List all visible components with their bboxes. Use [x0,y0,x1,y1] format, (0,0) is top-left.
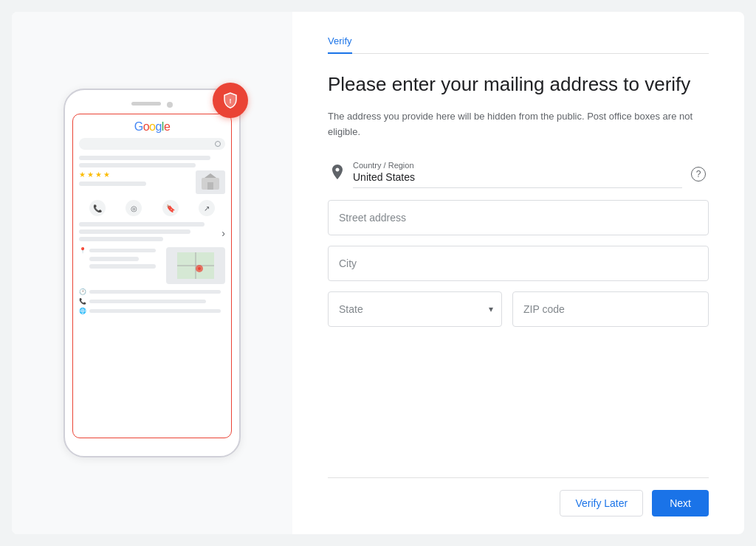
state-select-wrapper: State Alabama Alaska Arizona California … [328,291,502,327]
google-logo-area: Google [79,120,225,134]
mock-line-5 [79,229,190,234]
mock-line-4 [79,222,205,227]
svg-marker-2 [205,173,216,178]
state-select[interactable]: State Alabama Alaska Arizona California … [328,291,502,327]
country-value: United States [353,171,682,188]
svg-rect-3 [207,182,213,190]
help-icon-label: ? [696,169,701,179]
street-address-input[interactable] [328,200,709,235]
verify-later-button[interactable]: Verify Later [560,490,643,516]
directions-icon: ◎ [126,200,142,216]
verify-tab: Verify [328,35,709,54]
clock-line: 🕐 [79,288,225,295]
verify-tab-label: Verify [328,35,352,54]
form-description: The address you provide here will be hid… [328,109,709,140]
search-bar-mock [79,138,225,150]
location-pin-icon [331,165,344,184]
country-region-row: Country / Region United States ? [328,161,709,188]
phone-icon: 📞 [89,200,106,216]
star-3: ★ [95,170,102,179]
svg-text:!: ! [230,97,232,105]
mock-line-7 [89,257,139,261]
star-2: ★ [87,170,94,179]
phone-top [72,102,232,108]
main-container: ! Google [12,12,744,534]
star-4: ★ [103,170,110,179]
left-panel: ! Google [12,12,292,534]
country-region-field: Country / Region United States [353,161,682,188]
mock-line-6 [79,237,163,241]
mock-line-2 [79,163,196,167]
globe-line: 🌐 [79,308,225,314]
share-icon: ↗ [199,200,215,216]
map-thumbnail [166,247,225,284]
mock-line-1 [79,156,210,160]
icon-row: 📞 ◎ 🔖 ↗ [79,200,225,216]
svg-point-8 [198,267,201,270]
form-title: Please enter your mailing address to ver… [328,72,709,97]
phone-content: Google ★ ★ ★ ★ [72,114,232,438]
country-region-label: Country / Region [353,161,682,170]
zip-code-input[interactable] [512,291,709,327]
phone-mockup: ! Google [63,89,241,457]
chevron-right-icon: › [221,227,225,239]
star-rating: ★ ★ ★ ★ [79,170,191,179]
right-panel: Verify Please enter your mailing address… [292,12,744,534]
shield-badge: ! [213,83,248,118]
thumbnail [196,170,225,194]
phone-line: 📞 [79,298,225,305]
bookmark-icon: 🔖 [162,200,179,216]
help-icon[interactable]: ? [691,167,706,182]
mock-line-3 [79,182,146,186]
mock-line-8 [89,264,156,269]
footer-buttons: Verify Later Next [328,477,709,516]
phone-camera [167,102,173,108]
state-zip-row: State Alabama Alaska Arizona California … [328,291,709,327]
search-icon [215,141,221,147]
location-line-1: 📍 [79,247,162,254]
star-1: ★ [79,170,86,179]
phone-speaker [131,102,161,106]
next-button[interactable]: Next [652,490,709,516]
google-logo: Google [134,120,171,134]
city-input[interactable] [328,246,709,281]
